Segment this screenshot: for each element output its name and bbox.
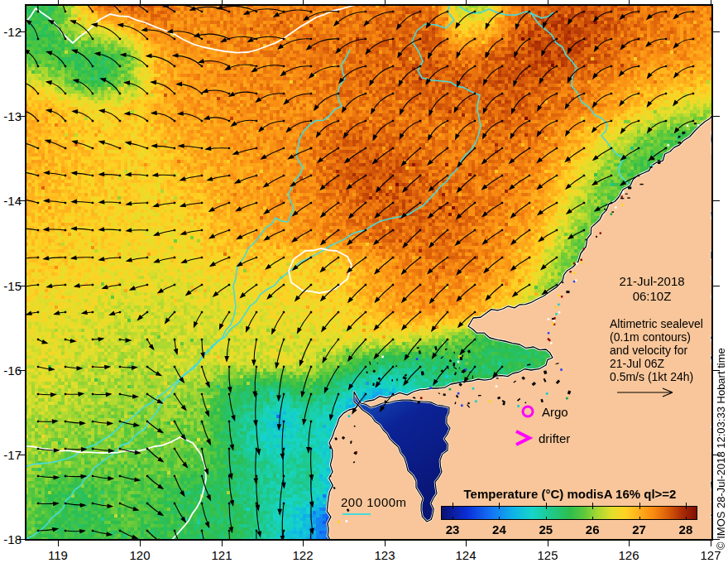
isobath-legend-line: [342, 513, 371, 515]
lat-tick-mark-right: [713, 455, 720, 456]
altimetry-info-line: Altimetric sealevel: [610, 317, 722, 330]
altimetry-annotation: Altimetric sealevel(0.1m contours)and ve…: [610, 317, 722, 383]
drifter-legend-label: drifter: [539, 431, 570, 445]
lon-tick-label: 125: [537, 548, 558, 562]
lon-tick-label: 126: [618, 548, 639, 562]
lon-tick-mark-top: [466, 0, 467, 4]
colorbar-tick-label: 23: [446, 522, 460, 537]
lat-tick-label: -13: [0, 109, 22, 123]
lat-tick-mark-right: [713, 286, 720, 287]
lon-tick-label: 124: [455, 548, 476, 562]
lat-tick-label: -15: [0, 279, 22, 293]
sst-map-canvas: [25, 4, 713, 541]
lon-tick-label: 121: [211, 548, 232, 562]
colorbar-tick-label: 27: [632, 522, 646, 537]
date-annotation: 21-Jul-2018 06:10Z: [604, 274, 700, 304]
altimetry-info-line: and velocity for: [610, 344, 722, 357]
colorbar-tick-label: 28: [679, 522, 693, 537]
lon-tick-mark: [140, 541, 141, 546]
lat-tick-label: -18: [0, 532, 22, 546]
colorbar-tick-label: 25: [539, 522, 553, 537]
sst-map-product: { "map": {"left":30,"top":5,"width":832,…: [0, 0, 728, 563]
lon-tick-mark: [629, 541, 630, 546]
argo-legend-label: Argo: [542, 405, 568, 419]
lon-tick-mark-top: [222, 0, 223, 4]
lon-tick-mark-top: [303, 0, 304, 4]
altimetry-info-line: 21-Jul 06Z: [610, 357, 722, 370]
lat-tick-label: -14: [0, 194, 22, 208]
lon-tick-label: 119: [48, 548, 68, 562]
lat-tick-label: -12: [0, 25, 22, 39]
lon-tick-mark-top: [711, 0, 712, 4]
lat-tick-mark-right: [713, 370, 720, 372]
lon-tick-mark-top: [548, 0, 549, 4]
lon-tick-label: 123: [374, 548, 395, 562]
credit-text: © IMOS 28-Jul-2018 12:03:33 Hobart time: [715, 219, 727, 550]
isobath-legend-label: 200 1000m: [341, 495, 407, 509]
lon-tick-mark-top: [629, 0, 630, 4]
lon-tick-label: 127: [700, 548, 721, 562]
lat-tick-mark-right: [713, 31, 720, 33]
lat-tick-label: -16: [0, 363, 22, 378]
lon-tick-mark: [303, 541, 304, 546]
altimetry-info-line: (0.1m contours): [610, 330, 722, 344]
lat-tick-mark-right: [713, 200, 720, 202]
colorbar-title: Temperature (°C) modisA 16% ql>=2: [441, 487, 699, 501]
lon-tick-mark: [548, 541, 549, 546]
lon-tick-mark: [58, 541, 60, 546]
lon-tick-label: 120: [129, 548, 150, 562]
colorbar: [441, 503, 697, 520]
lat-tick-mark-right: [713, 116, 720, 118]
lon-tick-mark: [466, 541, 467, 546]
lat-tick-mark-right: [713, 539, 720, 541]
lon-tick-label: 122: [292, 548, 313, 562]
lat-tick-label: -17: [0, 448, 22, 462]
colorbar-tick-label: 26: [586, 522, 600, 537]
lon-tick-mark-top: [140, 0, 141, 4]
altimetry-info-line: 0.5m/s (1kt 24h): [610, 370, 722, 383]
lon-tick-mark-top: [58, 0, 60, 4]
time-line: 06:10Z: [604, 289, 700, 304]
lon-tick-mark: [222, 541, 223, 546]
lon-tick-mark: [711, 541, 712, 546]
lon-tick-mark: [385, 541, 386, 546]
date-line: 21-Jul-2018: [604, 274, 700, 289]
lon-tick-mark-top: [385, 0, 386, 4]
colorbar-tick-label: 24: [492, 522, 506, 537]
